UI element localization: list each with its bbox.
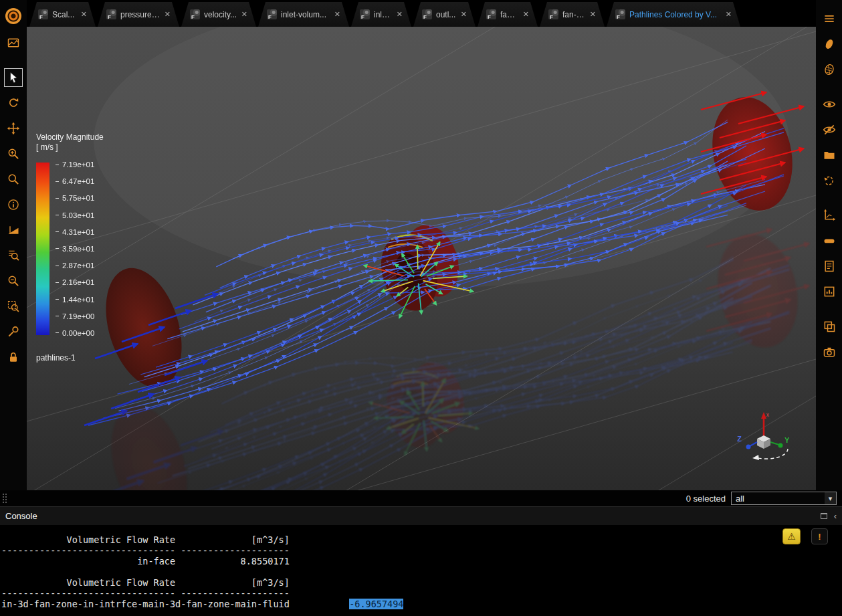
contour-tab-icon: F: [548, 9, 558, 19]
left-toolbar: [0, 0, 27, 490]
zoom-tool-icon[interactable]: [4, 170, 23, 189]
measure-tool-icon[interactable]: [4, 221, 23, 239]
console-alerts: ⚠ !: [782, 528, 828, 544]
console-line: -------------------------------- -------…: [1, 545, 842, 556]
contour-tab-icon: F: [106, 9, 116, 19]
tab-pressure[interactable]: Fpressure_...✕: [98, 2, 179, 27]
close-icon[interactable]: ✕: [523, 10, 529, 19]
chart-report-icon[interactable]: [820, 282, 839, 301]
pathlines-3d-scene[interactable]: x Y Z: [27, 27, 816, 490]
selected-console-text: -6.9657494: [349, 599, 403, 609]
workspace: FScal...✕ Fpressure_...✕ Fvelocity...✕ F…: [0, 0, 842, 490]
close-icon[interactable]: ✕: [334, 10, 340, 19]
console-line: Volumetric Flow Rate [m^3/s]: [1, 534, 842, 545]
create-surface-icon[interactable]: [820, 35, 839, 54]
close-icon[interactable]: ✕: [165, 10, 171, 19]
right-toolbar: [816, 0, 842, 490]
contour-tab-icon: F: [615, 9, 625, 19]
close-icon[interactable]: ✕: [726, 10, 732, 19]
mesh-display-icon[interactable]: [820, 60, 839, 79]
close-icon[interactable]: ✕: [590, 10, 596, 19]
warnings-button[interactable]: ⚠: [782, 528, 801, 544]
lock-view-tool-icon[interactable]: [4, 348, 23, 367]
graphics-tab-bar: FScal...✕ Fpressure_...✕ Fvelocity...✕ F…: [27, 0, 816, 27]
tab-fan-outlet[interactable]: Ffan-o...✕: [540, 2, 605, 27]
selection-count: 0 selected: [686, 494, 726, 504]
contour-tab-icon: F: [360, 9, 370, 19]
warning-icon: ⚠: [787, 531, 796, 542]
info-tool-icon[interactable]: [4, 195, 23, 214]
fit-to-window-tool-icon[interactable]: [4, 297, 23, 316]
restore-view-icon[interactable]: [820, 171, 839, 190]
graphics-window-icon[interactable]: [4, 33, 23, 52]
zoom-in-tool-icon[interactable]: [4, 144, 23, 163]
hide-icon[interactable]: [820, 120, 839, 139]
errors-button[interactable]: !: [811, 528, 828, 544]
copy-screenshot-icon[interactable]: [820, 317, 839, 336]
viewport-status-bar: 0 selected all ▾: [0, 490, 842, 506]
select-tool-icon[interactable]: [4, 68, 23, 87]
tab-outlet[interactable]: Foutl...✕: [413, 2, 476, 27]
open-icon[interactable]: [820, 146, 839, 165]
contour-tab-icon: F: [422, 9, 432, 19]
axis-y-label: Y: [784, 436, 790, 444]
close-icon[interactable]: ✕: [81, 10, 87, 19]
center-column: FScal...✕ Fpressure_...✕ Fvelocity...✕ F…: [27, 0, 816, 490]
console-line: -------------------------------- -------…: [1, 588, 842, 599]
panel-grip[interactable]: [2, 493, 8, 504]
legend-units: [ m/s ]: [36, 142, 104, 152]
tab-velocity[interactable]: Fvelocity...✕: [181, 2, 256, 27]
inspect-tool-icon[interactable]: [4, 246, 23, 265]
undock-panel-icon[interactable]: [821, 513, 827, 519]
close-icon[interactable]: ✕: [397, 10, 403, 19]
console-panel-header: Console ‹: [0, 506, 842, 525]
contour-tab-icon: F: [486, 9, 496, 19]
contour-tab-icon: F: [267, 9, 277, 19]
close-icon[interactable]: ✕: [241, 10, 247, 19]
legend-ticks: 7.19e+01 6.47e+01 5.75e+01 5.03e+01 4.31…: [56, 161, 94, 337]
pathlines-object-label: pathlines-1: [36, 353, 104, 363]
chevron-down-icon: ▾: [825, 492, 836, 504]
close-icon[interactable]: ✕: [461, 10, 467, 19]
probe-tool-icon[interactable]: [4, 322, 23, 341]
legend-title: Velocity Magnitude: [36, 132, 104, 142]
console-output[interactable]: Volumetric Flow Rate [m^3/s] -----------…: [0, 525, 842, 616]
tab-inlet-volume[interactable]: Finlet-volum...✕: [258, 2, 349, 27]
fluent-logo-icon: [5, 8, 21, 24]
axes-display-icon[interactable]: [820, 206, 839, 225]
display-filter-dropdown[interactable]: all ▾: [731, 492, 837, 505]
menu-icon[interactable]: [820, 9, 839, 28]
graphics-viewport[interactable]: x Y Z Velo: [27, 27, 816, 490]
application-window: FScal...✕ Fpressure_...✕ Fvelocity...✕ F…: [0, 0, 842, 616]
contour-tab-icon: F: [38, 9, 48, 19]
report-icon[interactable]: [820, 257, 839, 276]
tab-scalar[interactable]: FScal...✕: [29, 2, 96, 27]
error-icon: !: [818, 532, 821, 542]
show-icon[interactable]: [820, 95, 839, 114]
zoom-out-tool-icon[interactable]: [4, 272, 23, 290]
axis-x-label: x: [766, 411, 770, 418]
contour-tab-icon: F: [190, 9, 200, 19]
tab-pathlines[interactable]: FPathlines Colored by V...✕: [607, 2, 740, 27]
toggle-icon[interactable]: [820, 231, 839, 250]
display-filter-value: all: [732, 494, 825, 504]
colormap-legend: Velocity Magnitude [ m/s ] 7.19e+01 6.47…: [36, 132, 104, 363]
tab-fan[interactable]: Ffan-...✕: [478, 2, 538, 27]
axis-z-label: Z: [737, 435, 742, 443]
console-line: in-3d-fan-zone-in-intrfce-main-3d-fan-zo…: [1, 599, 842, 609]
rotate-view-tool-icon[interactable]: [4, 94, 23, 112]
color-bar: [36, 163, 49, 335]
tab-inlet[interactable]: Finle...✕: [351, 2, 411, 27]
console-line: [1, 567, 842, 577]
console-title: Console: [5, 511, 37, 521]
snapshot-icon[interactable]: [820, 342, 839, 361]
pan-tool-icon[interactable]: [4, 119, 23, 138]
console-line: Volumetric Flow Rate [m^3/s]: [1, 577, 842, 588]
collapse-panel-icon[interactable]: ‹: [834, 513, 837, 520]
console-line: in-face 8.8550171: [1, 556, 842, 567]
